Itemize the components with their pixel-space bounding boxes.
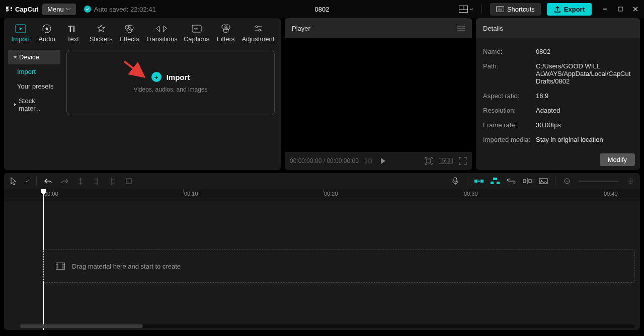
svg-rect-44 — [539, 179, 547, 184]
app-logo: CapCut — [5, 5, 38, 13]
play-icon[interactable] — [380, 157, 386, 164]
stickers-icon — [96, 23, 107, 34]
link-button[interactable] — [507, 177, 516, 186]
adjustment-icon — [253, 23, 264, 34]
plus-icon: + — [151, 72, 162, 82]
timecode: 00:00:00:00 / 00:00:00:00 — [290, 157, 359, 164]
delete-right-button[interactable] — [108, 177, 117, 186]
caret-right-icon — [13, 103, 17, 107]
sidebar-item-stock[interactable]: Stock mater... — [8, 94, 60, 116]
magnet-track-button[interactable] — [491, 177, 500, 186]
fullscreen-icon[interactable] — [459, 157, 467, 165]
media-tab-bar: Import Audio TI Text Stickers Effects Tr… — [4, 18, 281, 45]
svg-point-20 — [225, 25, 230, 30]
svg-rect-31 — [369, 159, 372, 163]
svg-rect-34 — [454, 178, 457, 182]
details-title: Details — [483, 25, 503, 32]
zoom-slider[interactable] — [579, 181, 619, 182]
close-button[interactable] — [632, 6, 639, 13]
detail-resolution: Resolution: Adapted — [483, 103, 633, 118]
cover-button[interactable] — [539, 177, 548, 186]
title-bar: CapCut Menu Auto saved: 22:02:41 0802 Sh… — [0, 0, 644, 18]
svg-rect-3 — [496, 7, 504, 12]
maximize-button[interactable] — [617, 6, 624, 13]
svg-rect-0 — [459, 6, 467, 13]
redo-button[interactable] — [60, 177, 69, 186]
svg-point-25 — [259, 29, 261, 31]
minimize-button[interactable] — [602, 6, 609, 13]
zoom-in-button[interactable] — [626, 177, 635, 186]
player-menu-icon[interactable] — [457, 25, 465, 31]
media-sidebar: Device Import Your presets Stock mater..… — [4, 45, 64, 170]
import-label: Import — [167, 73, 190, 81]
sidebar-item-import[interactable]: Import — [8, 64, 60, 79]
svg-rect-37 — [478, 181, 480, 182]
check-icon — [84, 6, 91, 13]
caret-down-icon — [13, 55, 17, 59]
svg-text:TI: TI — [68, 25, 75, 33]
crop-button[interactable] — [124, 177, 133, 186]
timeline-drop-zone[interactable]: Drag material here and start to create — [43, 249, 635, 283]
separator — [481, 5, 482, 14]
import-dropzone[interactable]: + Import Videos, audios, and images — [66, 50, 275, 115]
ratio-badge[interactable]: 16:9 — [439, 158, 453, 164]
sidebar-item-presets[interactable]: Your presets — [8, 79, 60, 94]
film-icon — [56, 263, 65, 270]
magnet-main-button[interactable] — [474, 177, 484, 186]
sidebar-item-device[interactable]: Device — [8, 50, 60, 64]
captions-icon: cc — [191, 23, 202, 34]
tab-text[interactable]: TI Text — [60, 21, 86, 45]
preview-axis-button[interactable] — [523, 177, 532, 186]
tab-adjustment[interactable]: Adjustment — [239, 21, 277, 45]
svg-rect-32 — [427, 159, 431, 163]
split-button[interactable] — [76, 177, 85, 186]
modify-button[interactable]: Modify — [600, 153, 635, 166]
tab-effects[interactable]: Effects — [116, 21, 142, 45]
layout-button[interactable] — [459, 6, 473, 13]
tab-import[interactable]: Import — [8, 21, 33, 45]
undo-button[interactable] — [44, 177, 53, 186]
timeline-scrollbar[interactable] — [20, 324, 635, 328]
svg-rect-38 — [493, 178, 497, 180]
svg-point-5 — [499, 8, 500, 9]
svg-rect-42 — [523, 180, 526, 183]
menu-button[interactable]: Menu — [42, 4, 76, 15]
svg-point-21 — [223, 28, 228, 33]
detail-aspect: Aspect ratio: 16:9 — [483, 89, 633, 103]
svg-point-6 — [501, 8, 502, 9]
export-button[interactable]: Export — [547, 3, 592, 16]
delete-left-button[interactable] — [92, 177, 101, 186]
ruler-mark: 00:40 — [604, 191, 618, 197]
media-panel: Import Audio TI Text Stickers Effects Tr… — [4, 18, 281, 170]
tab-transitions[interactable]: Transitions — [143, 21, 180, 45]
details-panel: Details Name: 0802 Path: C:/Users/GOOD W… — [476, 18, 640, 170]
chevron-down-icon[interactable] — [25, 180, 29, 183]
player-controls: 00:00:00:00 / 00:00:00:00 16:9 — [285, 152, 472, 170]
compare-icon[interactable] — [364, 158, 372, 164]
tab-stickers[interactable]: Stickers — [87, 21, 115, 45]
svg-rect-51 — [56, 263, 65, 270]
annotation-arrow-icon — [122, 59, 147, 79]
scale-icon[interactable] — [425, 157, 433, 165]
tab-captions[interactable]: cc Captions — [181, 21, 212, 45]
svg-text:cc: cc — [194, 27, 198, 31]
filters-icon — [220, 23, 231, 34]
tab-audio[interactable]: Audio — [34, 21, 59, 45]
effects-icon — [124, 23, 135, 34]
timeline[interactable]: 00:00 00:10 00:20 00:30 00:40 Drag mater… — [4, 189, 640, 330]
chevron-down-icon — [469, 8, 473, 11]
shortcuts-button[interactable]: Shortcuts — [490, 3, 541, 16]
timeline-tracks[interactable]: Drag material here and start to create — [4, 201, 640, 330]
timeline-ruler[interactable]: 00:00 00:10 00:20 00:30 00:40 — [4, 189, 640, 201]
zoom-out-button[interactable] — [562, 177, 572, 186]
svg-rect-43 — [529, 180, 531, 183]
import-subtext: Videos, audios, and images — [133, 86, 207, 93]
keyboard-icon — [496, 6, 504, 12]
detail-framerate: Frame rate: 30.00fps — [483, 118, 633, 132]
svg-point-23 — [256, 26, 258, 28]
brand-text: CapCut — [15, 6, 38, 13]
drop-hint: Drag material here and start to create — [72, 263, 181, 270]
mic-button[interactable] — [451, 177, 460, 186]
selection-tool[interactable] — [9, 177, 18, 186]
tab-filters[interactable]: Filters — [213, 21, 238, 45]
